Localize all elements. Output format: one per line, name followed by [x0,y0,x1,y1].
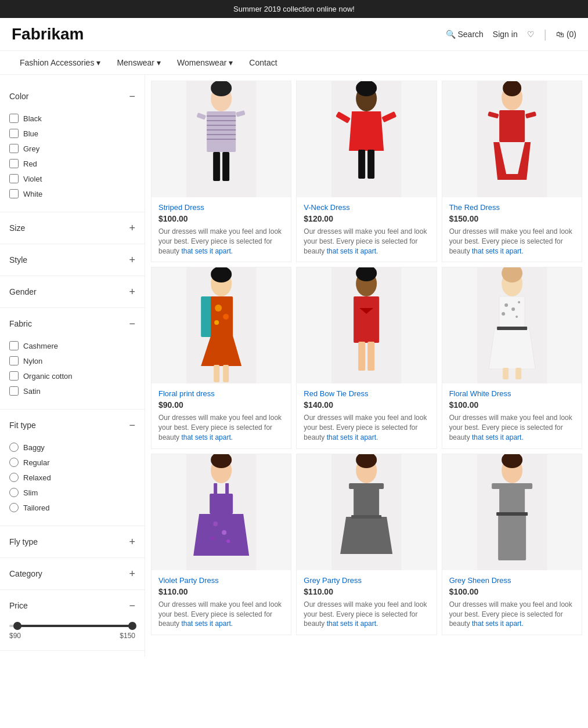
svg-marker-66 [193,514,249,556]
filter-color-violet[interactable]: Violet [9,171,135,186]
product-name[interactable]: Grey Sheen Dress [449,576,575,585]
price-range-right-thumb[interactable] [128,622,136,630]
svg-rect-25 [499,110,525,142]
product-name[interactable]: The Red Dress [449,203,575,212]
checkbox-organic-cotton[interactable] [9,371,19,381]
filter-color-grey[interactable]: Grey [9,141,135,156]
filter-gender-header[interactable]: Gender + [9,282,135,302]
product-name[interactable]: Grey Party Dress [304,576,429,585]
product-info: V-Neck Dress$120.00Our dresses will make… [297,197,436,262]
checkbox-satin[interactable] [9,386,19,396]
label-tailored: Tailored [23,504,50,512]
filter-fabric-satin[interactable]: Satin [9,383,135,399]
product-name[interactable]: Red Bow Tie Dress [304,389,429,398]
filter-fabric-organic-cotton[interactable]: Organic cotton [9,368,135,383]
filter-category-header[interactable]: Category + [9,564,135,584]
svg-point-36 [214,320,219,325]
search-button[interactable]: 🔍 Search [446,30,484,39]
filter-color-header[interactable]: Color − [9,86,135,106]
radio-regular[interactable] [9,458,19,467]
nav-item-womenswear[interactable]: Womenswear ▾ [169,51,241,74]
product-card[interactable]: Red Bow Tie Dress$140.00Our dresses will… [296,267,437,448]
svg-point-68 [222,530,226,535]
product-name[interactable]: Floral print dress [158,389,284,398]
svg-rect-10 [213,152,220,181]
product-info: Floral White Dress$100.00Our dresses wil… [442,383,582,448]
label-satin: Satin [23,387,41,396]
product-card[interactable]: The Red Dress$150.00Our dresses will mak… [442,81,582,262]
filter-fabric-options: Cashmere Nylon Organic cotton Satin [9,334,135,403]
product-description: Our dresses will make you feel and look … [304,227,429,256]
checkbox-red[interactable] [9,159,19,168]
filter-color-white[interactable]: White [9,186,135,201]
logo[interactable]: Fabrikam [12,25,446,44]
svg-rect-65 [210,494,233,514]
nav-item-fashion-accessories[interactable]: Fashion Accessories ▾ [12,51,109,74]
product-card[interactable]: Floral print dress$90.00Our dresses will… [151,267,291,448]
filter-fit-relaxed[interactable]: Relaxed [9,470,135,485]
svg-point-70 [226,539,230,543]
filter-size-header[interactable]: Size + [9,218,135,238]
filter-fit-baggy[interactable]: Baggy [9,440,135,455]
product-card[interactable]: Violet Party Dress$110.00Our dresses wil… [151,454,291,635]
main-nav: Fashion Accessories ▾ Menswear ▾ Womensw… [0,51,588,75]
filter-fit-tailored[interactable]: Tailored [9,500,135,515]
svg-rect-18 [358,150,365,179]
product-name[interactable]: Floral White Dress [449,389,575,398]
product-card[interactable]: Floral White Dress$100.00Our dresses wil… [442,267,582,448]
filter-color-blue[interactable]: Blue [9,126,135,141]
product-info: Grey Sheen Dress$100.00Our dresses will … [442,570,582,635]
nav-item-contact[interactable]: Contact [241,51,285,74]
filter-fly-type-header[interactable]: Fly type + [9,532,135,552]
filter-style-label: Style [9,255,27,265]
radio-slim[interactable] [9,488,19,497]
product-card[interactable]: Grey Sheen Dress$100.00Our dresses will … [442,454,582,635]
filter-category-label: Category [9,569,42,578]
filter-fabric-cashmere[interactable]: Cashmere [9,338,135,353]
product-card[interactable]: Grey Party Dress$110.00Our dresses will … [296,454,437,635]
product-name[interactable]: Violet Party Dress [158,576,284,585]
filter-gender-toggle: + [129,287,135,297]
products-grid: Striped Dress$100.00Our dresses will mak… [151,81,582,635]
radio-relaxed[interactable] [9,473,19,482]
product-card[interactable]: Striped Dress$100.00Our dresses will mak… [151,81,291,262]
heart-icon: ♡ [527,30,535,39]
checkbox-grey[interactable] [9,144,19,153]
checkbox-blue[interactable] [9,129,19,138]
checkbox-nylon[interactable] [9,356,19,365]
radio-tailored[interactable] [9,503,19,512]
label-violet: Violet [23,175,42,183]
filter-fit-slim[interactable]: Slim [9,485,135,500]
filter-color-red[interactable]: Red [9,156,135,171]
cart-button[interactable]: 🛍 (0) [556,30,576,39]
checkbox-violet[interactable] [9,174,19,183]
filter-fit-regular[interactable]: Regular [9,455,135,470]
product-name[interactable]: V-Neck Dress [304,203,429,212]
filter-fit-type-header[interactable]: Fit type − [9,415,135,435]
filter-style-header[interactable]: Style + [9,250,135,270]
label-blue: Blue [23,129,38,138]
checkbox-white[interactable] [9,189,19,198]
nav-item-menswear[interactable]: Menswear ▾ [109,51,169,74]
price-range-left-thumb[interactable] [13,622,21,630]
product-name[interactable]: Striped Dress [158,203,284,212]
signin-button[interactable]: Sign in [493,30,518,39]
product-description: Our dresses will make you feel and look … [449,413,575,442]
filter-color-options: Black Blue Grey Red Violet [9,106,135,206]
checkbox-black[interactable] [9,114,19,123]
svg-rect-19 [367,150,374,179]
svg-rect-83 [499,483,525,515]
svg-point-34 [215,305,222,312]
product-price: $100.00 [449,400,575,410]
filter-fabric-nylon[interactable]: Nylon [9,353,135,368]
product-description: Our dresses will make you feel and look … [158,227,284,256]
filter-price-header[interactable]: Price − [9,596,135,615]
nav-label-menswear: Menswear [117,58,154,67]
filter-fabric-header[interactable]: Fabric − [9,314,135,334]
radio-baggy[interactable] [9,443,19,452]
product-card[interactable]: V-Neck Dress$120.00Our dresses will make… [296,81,437,262]
filter-color-black[interactable]: Black [9,111,135,126]
checkbox-cashmere[interactable] [9,341,19,350]
product-image [151,81,291,197]
wishlist-button[interactable]: ♡ [527,30,535,39]
